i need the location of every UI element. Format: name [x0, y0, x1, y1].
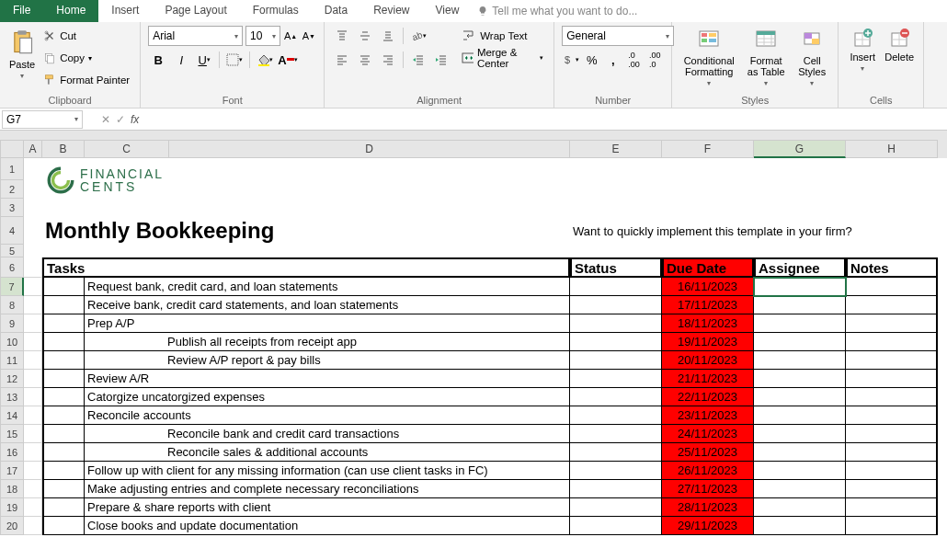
decrease-decimal-button[interactable]: .00.0: [645, 50, 664, 70]
align-right-button[interactable]: [378, 50, 398, 70]
col-header-h[interactable]: H: [846, 140, 938, 158]
status-cell[interactable]: [570, 296, 662, 314]
fx-icon[interactable]: fx: [131, 113, 139, 126]
assignee-cell[interactable]: [754, 443, 846, 462]
notes-cell[interactable]: [846, 425, 938, 443]
due-date-cell[interactable]: 28/11/2023: [662, 498, 754, 517]
accounting-format-button[interactable]: $▾: [562, 50, 580, 70]
due-date-cell[interactable]: 23/11/2023: [662, 406, 754, 425]
header-assignee[interactable]: Assignee: [754, 257, 846, 278]
row-header-14[interactable]: 14: [0, 406, 24, 425]
cell[interactable]: [42, 351, 85, 370]
insert-cells-button[interactable]: Insert▾: [846, 26, 879, 74]
cell[interactable]: [846, 217, 938, 245]
cell-styles-button[interactable]: Cell Styles▾: [793, 26, 830, 89]
row-header-11[interactable]: 11: [0, 351, 24, 370]
assignee-cell[interactable]: [754, 278, 846, 296]
due-date-cell[interactable]: 27/11/2023: [662, 480, 754, 498]
tab-review[interactable]: Review: [360, 0, 422, 22]
header-due-date[interactable]: Due Date: [662, 257, 754, 278]
copy-button[interactable]: Copy ▾: [40, 48, 132, 68]
cell[interactable]: [24, 257, 42, 278]
assignee-cell[interactable]: [754, 498, 846, 517]
name-box[interactable]: G7▾: [2, 110, 83, 129]
row-header-10[interactable]: 10: [0, 333, 24, 351]
notes-cell[interactable]: [846, 480, 938, 498]
cell[interactable]: [846, 199, 938, 217]
col-header-c[interactable]: C: [85, 140, 169, 158]
task-cell[interactable]: Reconcile accounts: [85, 406, 570, 425]
bold-button[interactable]: B: [148, 50, 168, 70]
row-header-5[interactable]: 5: [0, 245, 24, 257]
cell[interactable]: [24, 199, 846, 217]
cell[interactable]: [24, 351, 42, 370]
row-header-17[interactable]: 17: [0, 462, 24, 480]
notes-cell[interactable]: [846, 370, 938, 388]
cell[interactable]: [24, 333, 42, 351]
assignee-cell[interactable]: [754, 314, 846, 333]
due-date-cell[interactable]: 24/11/2023: [662, 425, 754, 443]
row-header-6[interactable]: 6: [0, 257, 24, 278]
font-name-combo[interactable]: Arial▾: [148, 26, 243, 46]
due-date-cell[interactable]: 26/11/2023: [662, 462, 754, 480]
cell[interactable]: [24, 278, 42, 296]
align-bottom-button[interactable]: [378, 26, 398, 46]
status-cell[interactable]: [570, 278, 662, 296]
notes-cell[interactable]: [846, 333, 938, 351]
decrease-indent-button[interactable]: [408, 50, 428, 70]
cell[interactable]: [24, 217, 42, 245]
task-cell[interactable]: Catorgize uncatorgized expenses: [85, 388, 570, 406]
assignee-cell[interactable]: [754, 296, 846, 314]
orientation-button[interactable]: ab▾: [408, 26, 428, 46]
delete-cells-button[interactable]: Delete: [883, 26, 916, 74]
cell[interactable]: [42, 480, 85, 498]
cell[interactable]: [24, 245, 846, 257]
due-date-cell[interactable]: 22/11/2023: [662, 388, 754, 406]
format-painter-button[interactable]: Format Painter: [40, 70, 132, 90]
task-cell[interactable]: Review A/P report & pay bills: [85, 351, 570, 370]
due-date-cell[interactable]: 17/11/2023: [662, 296, 754, 314]
task-cell[interactable]: Prep A/P: [85, 314, 570, 333]
status-cell[interactable]: [570, 480, 662, 498]
assignee-cell[interactable]: [754, 480, 846, 498]
status-cell[interactable]: [570, 370, 662, 388]
cell[interactable]: [24, 370, 42, 388]
cell[interactable]: [42, 443, 85, 462]
task-cell[interactable]: Request bank, credit card, and loan stat…: [85, 278, 570, 296]
tab-data[interactable]: Data: [312, 0, 360, 22]
status-cell[interactable]: [570, 462, 662, 480]
cell[interactable]: [24, 296, 42, 314]
cut-button[interactable]: Cut: [40, 26, 132, 46]
assignee-cell[interactable]: [754, 462, 846, 480]
tab-formulas[interactable]: Formulas: [240, 0, 312, 22]
format-as-table-button[interactable]: Format as Table▾: [742, 26, 790, 89]
due-date-cell[interactable]: 25/11/2023: [662, 443, 754, 462]
due-date-cell[interactable]: 18/11/2023: [662, 314, 754, 333]
header-tasks[interactable]: Tasks: [42, 257, 570, 278]
formula-input[interactable]: [144, 113, 947, 126]
status-cell[interactable]: [570, 314, 662, 333]
row-header-16[interactable]: 16: [0, 443, 24, 462]
tab-file[interactable]: File: [0, 0, 43, 22]
task-cell[interactable]: Reconcile bank and credit card transacti…: [85, 425, 570, 443]
align-top-button[interactable]: [332, 26, 352, 46]
assignee-cell[interactable]: [754, 370, 846, 388]
merge-center-button[interactable]: Merge & Center ▾: [459, 48, 546, 68]
accept-formula-icon[interactable]: ✓: [116, 113, 125, 126]
cell[interactable]: [24, 517, 42, 535]
row-header-2[interactable]: 2: [0, 180, 24, 199]
increase-font-button[interactable]: A▲: [283, 28, 299, 44]
status-cell[interactable]: [570, 443, 662, 462]
cell[interactable]: [24, 498, 42, 517]
cell[interactable]: [24, 425, 42, 443]
assignee-cell[interactable]: [754, 351, 846, 370]
notes-cell[interactable]: [846, 351, 938, 370]
cell[interactable]: [846, 180, 938, 199]
status-cell[interactable]: [570, 388, 662, 406]
cell[interactable]: [42, 498, 85, 517]
col-header-e[interactable]: E: [570, 140, 662, 158]
cell[interactable]: [846, 158, 938, 180]
row-header-18[interactable]: 18: [0, 480, 24, 498]
paste-button[interactable]: Paste ▾: [7, 26, 37, 90]
fill-color-button[interactable]: ▾: [255, 50, 275, 70]
